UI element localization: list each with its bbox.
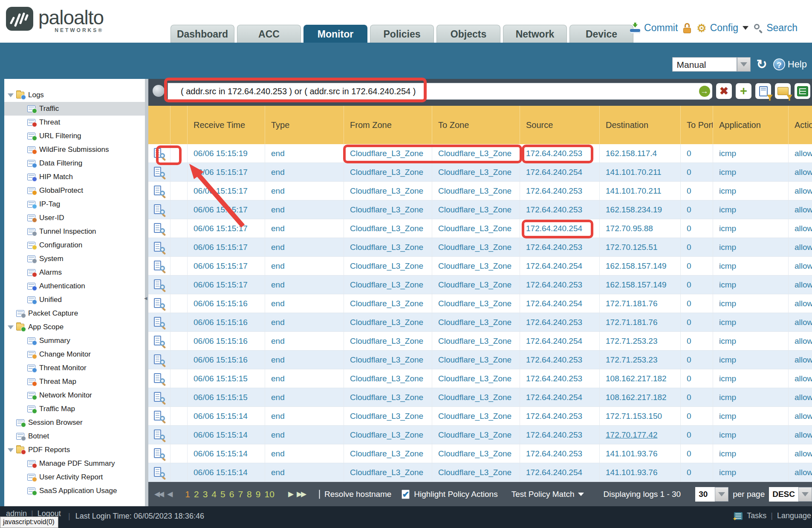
column-header-1[interactable] <box>170 106 188 144</box>
clear-filter-button[interactable]: ✖ <box>716 83 732 99</box>
column-header-destination[interactable]: Destination <box>600 106 681 144</box>
language-link[interactable]: Language <box>777 511 811 520</box>
log-detail-icon[interactable] <box>153 391 165 404</box>
page-number-2[interactable]: 2 <box>194 489 199 499</box>
commit-button[interactable]: Commit <box>630 22 678 34</box>
page-number-7[interactable]: 7 <box>238 489 243 499</box>
sidebar-item-hip-match[interactable]: HIP Match <box>4 170 145 184</box>
sidebar-item-logs[interactable]: Logs <box>4 88 145 102</box>
sort-order-select[interactable]: DESC <box>769 487 812 502</box>
log-detail-icon[interactable] <box>153 222 165 235</box>
page-number-8[interactable]: 8 <box>247 489 252 499</box>
column-header-from-zone[interactable]: From Zone <box>344 106 432 144</box>
sidebar-item-pdf-reports[interactable]: PDF Reports <box>4 443 145 457</box>
column-header-type[interactable]: Type <box>265 106 344 144</box>
sidebar-item-user-activity-report[interactable]: User Activity Report <box>4 470 145 484</box>
column-header-to-zone[interactable]: To Zone <box>432 106 520 144</box>
log-detail-icon[interactable] <box>153 372 165 385</box>
load-filter-button[interactable] <box>775 83 791 99</box>
log-detail-icon[interactable] <box>153 410 165 423</box>
sidebar-item-alarms[interactable]: Alarms <box>4 266 145 279</box>
log-detail-icon[interactable] <box>153 185 165 197</box>
column-header-source[interactable]: Source <box>520 106 600 144</box>
page-number-1[interactable]: 1 <box>185 489 190 499</box>
sidebar-item-user-id[interactable]: User-ID <box>4 211 145 225</box>
prev-page-button[interactable]: ◀ <box>167 490 171 499</box>
export-csv-button[interactable] <box>795 83 810 99</box>
sidebar-item-traffic-map[interactable]: Traffic Map <box>4 402 145 416</box>
lock-icon[interactable] <box>683 23 691 33</box>
log-detail-icon[interactable] <box>153 429 165 441</box>
log-detail-icon[interactable] <box>153 147 165 160</box>
tab-dashboard[interactable]: Dashboard <box>170 25 234 43</box>
log-detail-icon[interactable] <box>153 166 165 179</box>
first-page-button[interactable]: ◀◀ <box>154 490 163 499</box>
log-detail-icon[interactable] <box>153 354 165 366</box>
log-detail-icon[interactable] <box>153 335 165 348</box>
sidebar-item-threat[interactable]: Threat <box>4 116 145 129</box>
apply-filter-button[interactable]: → <box>696 83 712 99</box>
sidebar-item-saas-application-usage[interactable]: SaaS Application Usage <box>4 484 145 498</box>
sidebar-item-threat-monitor[interactable]: Threat Monitor <box>4 361 145 375</box>
config-menu-button[interactable]: ⚙ Config <box>696 22 748 34</box>
next-page-button[interactable]: ▶ <box>288 490 292 499</box>
tab-monitor[interactable]: Monitor <box>303 25 367 43</box>
log-filter-input[interactable] <box>168 83 710 100</box>
log-detail-icon[interactable] <box>153 297 165 310</box>
sidebar-item-traffic[interactable]: Traffic <box>4 102 145 116</box>
resolve-hostname-checkbox[interactable] <box>319 490 320 499</box>
sidebar-item-network-monitor[interactable]: Network Monitor <box>4 389 145 402</box>
sidebar-item-app-scope[interactable]: App Scope <box>4 320 145 334</box>
sidebar-item-unified[interactable]: Unified <box>4 293 145 307</box>
sidebar-item-threat-map[interactable]: Threat Map <box>4 375 145 389</box>
tab-policies[interactable]: Policies <box>370 25 434 43</box>
sidebar-item-data-filtering[interactable]: Data Filtering <box>4 157 145 170</box>
tab-acc[interactable]: ACC <box>237 25 301 43</box>
page-number-5[interactable]: 5 <box>220 489 225 499</box>
sidebar-item-botnet[interactable]: Botnet <box>4 429 145 443</box>
expand-triangle-icon[interactable] <box>8 325 14 329</box>
highlight-policy-checkbox[interactable]: ✔ <box>402 490 410 499</box>
cell-dst[interactable]: 172.70.177.42 <box>600 426 681 444</box>
expand-triangle-icon[interactable] <box>8 448 14 452</box>
column-header-receive-time[interactable]: Receive Time <box>188 106 265 144</box>
log-detail-icon[interactable] <box>153 241 165 254</box>
sidebar-splitter[interactable]: ◂ <box>145 79 148 506</box>
log-detail-icon[interactable] <box>153 260 165 273</box>
tab-network[interactable]: Network <box>503 25 567 43</box>
per-page-dropdown-button[interactable] <box>715 487 728 502</box>
sidebar-item-globalprotect[interactable]: GlobalProtect <box>4 184 145 197</box>
sidebar-item-authentication[interactable]: Authentication <box>4 279 145 293</box>
tab-objects[interactable]: Objects <box>436 25 500 43</box>
last-page-button[interactable]: ▶▶ <box>297 490 305 499</box>
log-detail-icon[interactable] <box>153 316 165 329</box>
refresh-icon[interactable]: ↻ <box>757 58 767 71</box>
search-button[interactable]: Search <box>754 22 798 34</box>
tasks-link[interactable]: Tasks <box>747 511 766 520</box>
log-detail-icon[interactable] <box>153 279 165 291</box>
expand-triangle-icon[interactable] <box>8 93 14 97</box>
refresh-mode-select[interactable]: Manual <box>672 57 751 72</box>
log-detail-icon[interactable] <box>153 203 165 216</box>
add-filter-button[interactable]: + <box>736 83 751 99</box>
log-detail-icon[interactable] <box>153 466 165 479</box>
sidebar-item-ip-tag[interactable]: IP-Tag <box>4 197 145 211</box>
column-header-application[interactable]: Application <box>713 106 789 144</box>
refresh-mode-dropdown-button[interactable] <box>737 57 751 72</box>
page-number-3[interactable]: 3 <box>203 489 208 499</box>
sidebar-item-summary[interactable]: Summary <box>4 334 145 348</box>
sidebar-item-url-filtering[interactable]: URL Filtering <box>4 129 145 143</box>
test-policy-match-button[interactable]: Test Policy Match <box>511 490 584 499</box>
sidebar-item-wildfire-submissions[interactable]: WildFire Submissions <box>4 143 145 157</box>
sidebar-item-packet-capture[interactable]: Packet Capture <box>4 307 145 320</box>
column-header-0[interactable] <box>148 106 170 144</box>
per-page-select[interactable]: 30 <box>695 487 728 502</box>
log-detail-icon[interactable] <box>153 447 165 460</box>
sidebar-item-change-monitor[interactable]: Change Monitor <box>4 348 145 361</box>
sidebar-item-tunnel-inspection[interactable]: Tunnel Inspection <box>4 225 145 238</box>
page-number-6[interactable]: 6 <box>229 489 234 499</box>
help-button[interactable]: ? Help <box>773 58 807 70</box>
sidebar-item-session-browser[interactable]: Session Browser <box>4 416 145 429</box>
column-header-action[interactable]: Action <box>789 106 812 144</box>
sidebar-item-manage-pdf-summary[interactable]: Manage PDF Summary <box>4 457 145 470</box>
